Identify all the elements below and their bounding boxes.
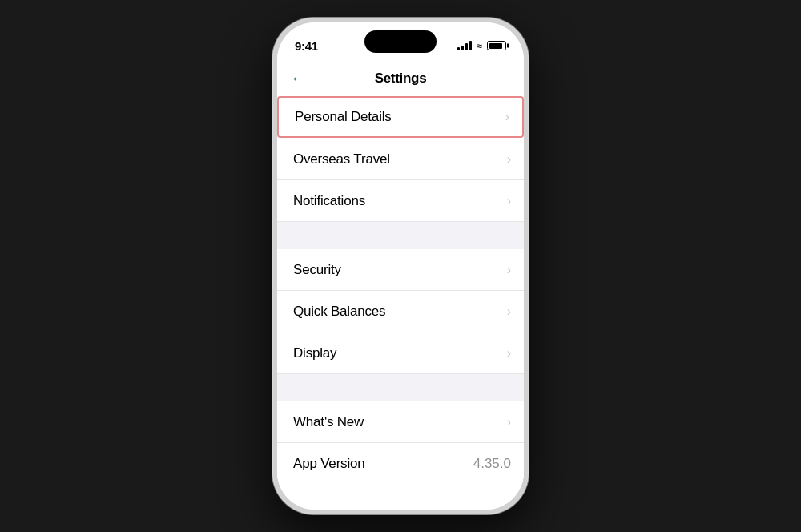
settings-item[interactable]: Personal Details ›: [277, 96, 524, 138]
chevron-right-icon: ›: [507, 415, 511, 429]
settings-item[interactable]: Quick Balances ›: [277, 291, 524, 332]
chevron-right-icon: ›: [507, 263, 511, 277]
wifi-icon: ≈: [477, 40, 482, 52]
settings-list: Personal Details › Overseas Travel › Not…: [277, 95, 524, 510]
battery-icon: [487, 41, 506, 50]
signal-icon: [457, 41, 472, 50]
settings-item[interactable]: App Version 4.35.0: [277, 443, 524, 485]
status-time: 9:41: [295, 39, 318, 53]
phone-screen: 9:41 ≈ ← Settings: [277, 22, 524, 510]
back-button[interactable]: ←: [290, 70, 308, 87]
status-icons: ≈: [457, 40, 506, 52]
phone-frame: 9:41 ≈ ← Settings: [272, 18, 529, 514]
chevron-right-icon: ›: [507, 194, 511, 208]
settings-item[interactable]: Overseas Travel ›: [277, 139, 524, 180]
settings-item[interactable]: Security ›: [277, 249, 524, 291]
chevron-right-icon: ›: [507, 304, 511, 319]
page-header: ← Settings: [277, 61, 524, 95]
page-title: Settings: [375, 71, 427, 87]
chevron-right-icon: ›: [507, 152, 511, 167]
settings-item[interactable]: Display ›: [277, 332, 524, 374]
settings-item[interactable]: Notifications ›: [277, 180, 524, 222]
section-divider: [277, 374, 524, 401]
section-divider: [277, 222, 524, 249]
dynamic-island: [364, 30, 437, 53]
chevron-right-icon: ›: [507, 346, 511, 361]
settings-item[interactable]: What's New ›: [277, 401, 524, 443]
chevron-right-icon: ›: [505, 110, 509, 124]
